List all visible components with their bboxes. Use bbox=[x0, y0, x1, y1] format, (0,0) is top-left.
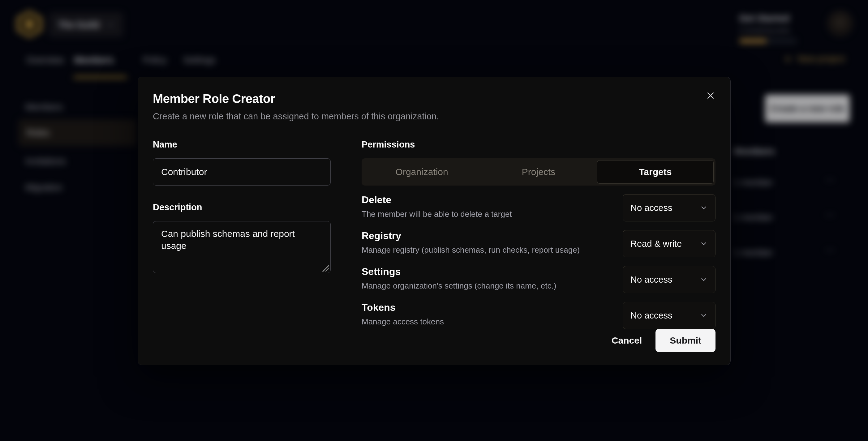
dialog-footer: Cancel Submit bbox=[153, 329, 715, 352]
delete-access-select[interactable]: No access bbox=[623, 194, 715, 221]
permission-description: The member will be able to delete a targ… bbox=[362, 209, 512, 219]
chevron-down-icon bbox=[700, 311, 708, 319]
cancel-button[interactable]: Cancel bbox=[612, 335, 642, 346]
chevron-down-icon bbox=[700, 240, 708, 248]
permissions-tabs: Organization Projects Targets bbox=[362, 158, 715, 186]
description-label: Description bbox=[153, 202, 331, 213]
role-description-textarea[interactable]: Can publish schemas and report usage bbox=[153, 221, 331, 273]
permission-description: Manage organization's settings (change i… bbox=[362, 281, 556, 291]
role-fields-column: Name Description Can publish schemas and… bbox=[153, 139, 331, 329]
tab-projects[interactable]: Projects bbox=[480, 160, 597, 184]
chevron-down-icon bbox=[700, 276, 708, 284]
permission-title: Tokens bbox=[362, 302, 444, 313]
permission-description: Manage access tokens bbox=[362, 317, 444, 326]
tokens-access-select[interactable]: No access bbox=[623, 302, 715, 329]
dialog-subtitle: Create a new role that can be assigned t… bbox=[153, 111, 715, 122]
close-button[interactable] bbox=[703, 88, 718, 103]
settings-access-select[interactable]: No access bbox=[623, 266, 715, 293]
permission-description: Manage registry (publish schemas, run ch… bbox=[362, 245, 580, 255]
permission-row-settings: Settings Manage organization's settings … bbox=[362, 266, 715, 293]
permissions-label: Permissions bbox=[362, 139, 715, 150]
close-icon bbox=[706, 91, 715, 100]
permissions-column: Permissions Organization Projects Target… bbox=[362, 139, 715, 329]
permission-row-registry: Registry Manage registry (publish schema… bbox=[362, 230, 715, 257]
permission-title: Delete bbox=[362, 194, 512, 206]
chevron-down-icon bbox=[700, 204, 708, 212]
dialog-title: Member Role Creator bbox=[153, 92, 715, 106]
permission-row-tokens: Tokens Manage access tokens No access bbox=[362, 302, 715, 329]
tab-targets[interactable]: Targets bbox=[597, 160, 714, 184]
registry-access-select[interactable]: Read & write bbox=[623, 230, 715, 257]
permission-row-delete: Delete The member will be able to delete… bbox=[362, 194, 715, 221]
tab-organization[interactable]: Organization bbox=[364, 160, 480, 184]
permission-title: Registry bbox=[362, 230, 580, 242]
resize-handle[interactable] bbox=[322, 265, 329, 272]
permission-title: Settings bbox=[362, 266, 556, 277]
role-name-input[interactable] bbox=[153, 158, 331, 186]
member-role-creator-dialog: Member Role Creator Create a new role th… bbox=[138, 77, 731, 365]
submit-button[interactable]: Submit bbox=[655, 329, 715, 352]
name-label: Name bbox=[153, 139, 331, 150]
description-wrap: Can publish schemas and report usage bbox=[153, 221, 331, 274]
